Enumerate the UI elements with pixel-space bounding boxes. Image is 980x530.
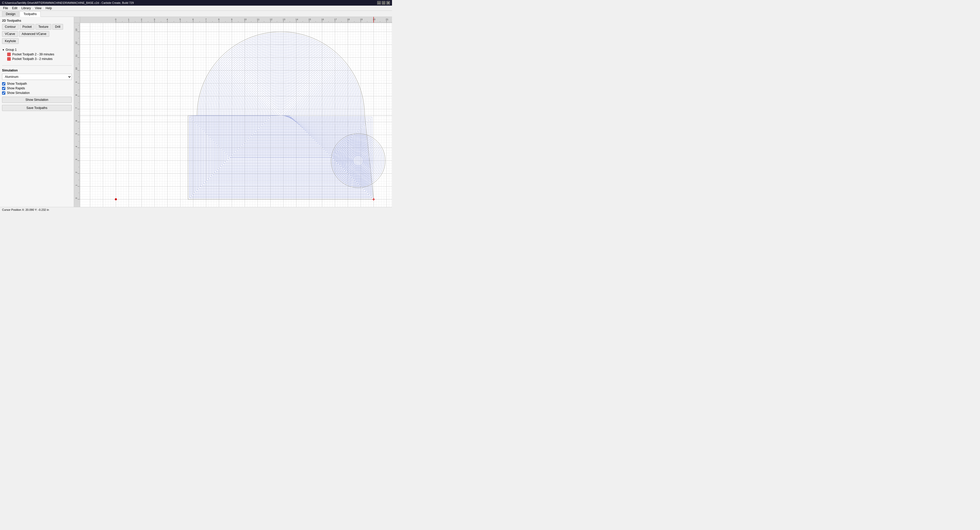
left-panel: 2D Toolpaths Contour Pocket Texture Dril… [0,17,74,207]
canvas-area[interactable] [74,17,392,207]
show-simulation-checkbox[interactable] [2,91,5,95]
texture-button[interactable]: Texture [35,24,51,30]
title-bar-controls: — □ ✕ [377,1,390,5]
group-arrow: ▼ [2,48,5,51]
menu-edit[interactable]: Edit [10,6,19,10]
group-label[interactable]: ▼ Group 1 [2,48,72,52]
vertical-ruler-canvas [74,23,80,207]
group-name: Group 1 [6,48,17,51]
toolpath-group: ▼ Group 1 Pocket Toolpath 2 - 39 minutes… [2,48,72,61]
show-toolpath-checkbox[interactable] [2,82,5,86]
horizontal-ruler-canvas [80,17,392,23]
ruler-vertical [74,23,80,207]
menu-help[interactable]: Help [44,6,54,10]
main-canvas[interactable] [80,23,392,207]
toolpath-label-1: Pocket Toolpath 2 - 39 minutes [12,53,54,56]
show-rapids-checkbox[interactable] [2,87,5,90]
minimize-button[interactable]: — [377,1,381,5]
ruler-horizontal [80,17,392,23]
toolpath-item-1[interactable]: Pocket Toolpath 2 - 39 minutes [2,52,72,57]
show-rapids-label: Show Rapids [7,86,25,90]
save-toolpaths-button[interactable]: Save Toolpaths [2,105,72,111]
title-bar: C:\Users\caTam\My Drive\ART\DRAWMACHINE\… [0,0,392,6]
vcarve-button[interactable]: VCarve [2,31,18,37]
drill-button[interactable]: Drill [52,24,63,30]
maximize-button[interactable]: □ [382,1,385,5]
toolpath-buttons-row1: Contour Pocket Texture Drill [2,24,72,30]
tab-design[interactable]: Design [2,11,19,17]
contour-button[interactable]: Contour [2,24,19,30]
close-button[interactable]: ✕ [387,1,390,5]
toolpaths-title: 2D Toolpaths [2,19,72,22]
advanced-vcarve-button[interactable]: Advanced VCarve [19,31,49,37]
cursor-position: Cursor Position X: 20.090 Y: -0.232 in [2,208,49,211]
toolpath-item-2[interactable]: Pocket Toolpath 3 - 2 minutes [2,57,72,61]
show-simulation-button[interactable]: Show Simulation [2,97,72,103]
pocket-button[interactable]: Pocket [20,24,35,30]
toolpath-buttons-row2: VCarve Advanced VCarve [2,31,72,37]
toolpath-buttons-row3: Keyhole [2,38,72,44]
menu-file[interactable]: File [1,6,10,10]
simulation-title: Simulation [2,68,72,72]
toolpath-label-2: Pocket Toolpath 3 - 2 minutes [12,57,52,61]
ruler-corner [74,17,80,23]
menu-view[interactable]: View [33,6,44,10]
canvas-inner [80,23,392,207]
show-toolpath-row: Show Toolpath [2,82,72,86]
simulation-section: Simulation Aluminum Wood Plastic Show To… [2,68,72,111]
menu-bar: File Edit Library View Help [0,6,392,11]
show-toolpath-label: Show Toolpath [7,82,27,86]
tab-bar: Design Toolpaths [0,11,392,17]
show-simulation-row: Show Simulation [2,91,72,95]
main-layout: 2D Toolpaths Contour Pocket Texture Dril… [0,17,392,207]
status-bar: Cursor Position X: 20.090 Y: -0.232 in [0,207,392,212]
tab-toolpaths[interactable]: Toolpaths [20,11,40,17]
title-bar-text: C:\Users\caTam\My Drive\ART\DRAWMACHINE\… [2,1,134,4]
keyhole-button[interactable]: Keyhole [2,38,19,44]
menu-library[interactable]: Library [19,6,33,10]
toolpath-icon-1 [7,53,11,56]
toolpath-icon-2 [7,57,11,61]
show-rapids-row: Show Rapids [2,86,72,90]
material-dropdown[interactable]: Aluminum Wood Plastic [2,74,72,80]
show-simulation-label: Show Simulation [7,91,30,95]
